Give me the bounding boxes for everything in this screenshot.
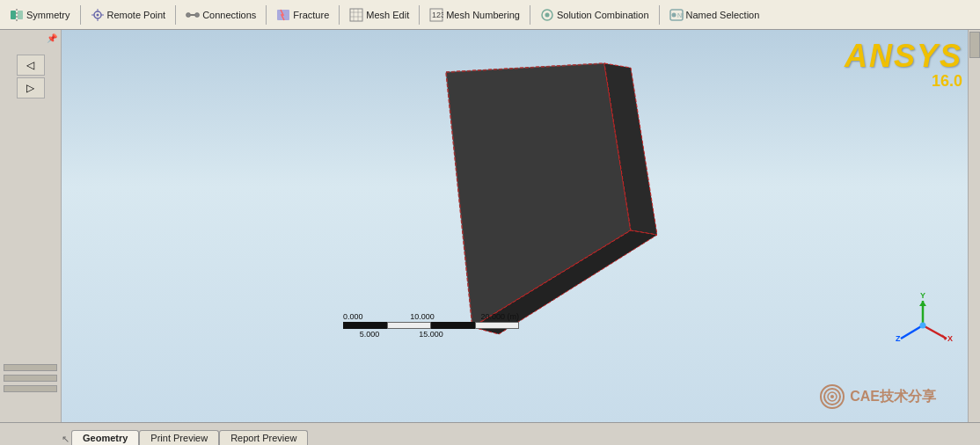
remote-point-label: Remote Point: [107, 10, 166, 20]
forward-button[interactable]: ▷: [17, 77, 45, 98]
remote-point-icon: [91, 8, 105, 22]
tab-geometry-label: Geometry: [83, 433, 128, 443]
svg-point-9: [186, 12, 191, 17]
left-sidebar: 📌 ◁ ▷: [0, 30, 62, 422]
axis-indicator: X Y Z: [892, 290, 954, 352]
fracture-label: Fracture: [293, 10, 329, 20]
scale-label-5: 5.000: [343, 330, 396, 339]
symmetry-label: Symmetry: [26, 10, 70, 20]
toolbar-fracture[interactable]: Fracture: [270, 5, 335, 25]
toolbar-named-selection[interactable]: NS Named Selection: [663, 5, 766, 25]
watermark-icon: [820, 384, 845, 409]
svg-rect-13: [350, 9, 362, 21]
toolbar-solution-combination[interactable]: Solution Combination: [534, 5, 655, 25]
scroll-indicators: [0, 361, 61, 396]
named-selection-icon: NS: [669, 8, 684, 22]
tab-print-preview-label: Print Preview: [150, 433, 208, 443]
svg-text:123: 123: [432, 11, 443, 19]
svg-rect-1: [18, 11, 23, 19]
sep2: [175, 5, 176, 25]
symmetry-icon: [10, 8, 24, 22]
svg-point-10: [195, 12, 200, 17]
svg-point-23: [671, 12, 676, 17]
toolbar-connections[interactable]: Connections: [179, 5, 262, 25]
right-scrollbar[interactable]: [968, 30, 980, 422]
scale-label-15: 15.000: [396, 330, 466, 339]
tab-report-preview-label: Report Preview: [230, 433, 296, 443]
sep1: [80, 5, 81, 25]
scale-bar-graphic: [343, 322, 519, 329]
tab-geometry[interactable]: Geometry: [71, 430, 139, 445]
ansys-logo: ANSYS 16.0: [845, 40, 962, 91]
viewport[interactable]: ANSYS 16.0 0.000 10.000 20.: [62, 30, 980, 422]
scrollbar-thumb[interactable]: [969, 32, 980, 58]
3d-model: [376, 55, 640, 336]
sep4: [339, 5, 340, 25]
scale-top-labels: 0.000 10.000 20.000 (m): [343, 312, 519, 321]
tab-arrow-left: ↖: [62, 434, 69, 445]
named-selection-label: Named Selection: [686, 10, 760, 20]
connections-label: Connections: [202, 10, 256, 20]
mesh-edit-label: Mesh Edit: [366, 10, 409, 20]
ansys-version: 16.0: [845, 72, 962, 91]
toolbar-mesh-numbering[interactable]: 123 Mesh Numbering: [423, 5, 526, 25]
svg-point-38: [830, 395, 834, 398]
ansys-brand: ANSYS: [845, 40, 962, 72]
watermark: CAE技术分享: [820, 384, 936, 409]
solution-combination-icon: [540, 8, 554, 22]
scale-seg-4: [475, 322, 519, 329]
scale-seg-3: [431, 322, 475, 329]
mesh-numbering-label: Mesh Numbering: [446, 10, 520, 20]
mesh-numbering-icon: 123: [429, 8, 443, 22]
toolbar-mesh-edit[interactable]: Mesh Edit: [343, 5, 415, 25]
sep7: [659, 5, 660, 25]
tab-print-preview[interactable]: Print Preview: [139, 430, 219, 445]
scale-seg-2: [387, 322, 431, 329]
scale-label-20: 20.000 (m): [449, 312, 519, 321]
bottom-tabs: ↖ Geometry Print Preview Report Preview: [0, 422, 980, 445]
connections-icon: [186, 8, 200, 22]
back-button[interactable]: ◁: [17, 55, 45, 76]
svg-line-30: [901, 325, 923, 339]
svg-line-31: [923, 325, 947, 339]
svg-point-4: [96, 13, 99, 16]
scale-bottom-labels: 5.000 15.000: [343, 330, 519, 339]
toolbar-remote-point[interactable]: Remote Point: [84, 5, 172, 25]
scale-bar-container: 0.000 10.000 20.000 (m) 5.000 15.000: [343, 312, 519, 339]
tab-report-preview[interactable]: Report Preview: [219, 430, 308, 445]
main-area: 📌 ◁ ▷ ANSYS 16.0: [0, 30, 980, 422]
3d-model-svg: [376, 55, 657, 345]
svg-rect-0: [11, 11, 16, 19]
svg-marker-34: [919, 301, 926, 306]
svg-point-21: [545, 12, 549, 17]
scale-label-10: 10.000: [396, 312, 449, 321]
y-axis-label: Y: [920, 291, 925, 300]
forward-arrow-icon: ▷: [26, 82, 34, 94]
watermark-text: CAE技术分享: [850, 388, 936, 406]
sep5: [419, 5, 420, 25]
scroll-bar-2[interactable]: [4, 375, 57, 382]
back-arrow-icon: ◁: [26, 59, 34, 71]
svg-point-35: [920, 323, 926, 329]
solution-combination-label: Solution Combination: [557, 10, 649, 20]
scroll-bar-3[interactable]: [4, 385, 57, 392]
scale-seg-1: [343, 322, 387, 329]
sep3: [266, 5, 267, 25]
sidebar-tools: ◁ ▷: [0, 55, 61, 98]
mesh-edit-icon: [349, 8, 363, 22]
pin-icon[interactable]: 📌: [47, 33, 57, 43]
scale-label-0: 0.000: [343, 312, 396, 321]
main-toolbar: Symmetry Remote Point Connections Fractu…: [0, 0, 980, 30]
fracture-icon: [276, 8, 290, 22]
svg-text:NS: NS: [677, 12, 684, 18]
toolbar-symmetry[interactable]: Symmetry: [4, 5, 77, 25]
sep6: [530, 5, 530, 25]
scroll-bar-1[interactable]: [4, 364, 57, 371]
z-axis-label: Z: [896, 334, 901, 343]
x-axis-label: X: [947, 334, 953, 343]
